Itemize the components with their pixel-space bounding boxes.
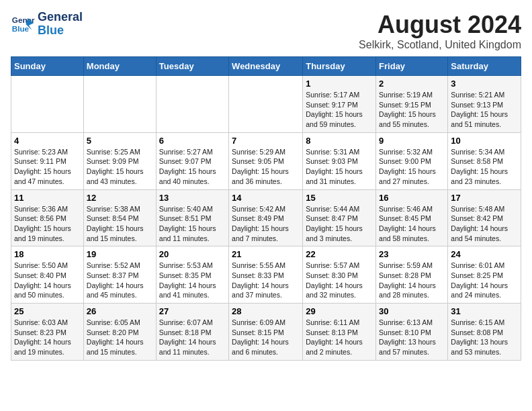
calendar-cell: 21Sunrise: 5:55 AM Sunset: 8:33 PM Dayli… xyxy=(229,246,303,304)
calendar-cell: 30Sunrise: 6:13 AM Sunset: 8:10 PM Dayli… xyxy=(376,304,448,361)
calendar-cell: 20Sunrise: 5:53 AM Sunset: 8:35 PM Dayli… xyxy=(156,246,228,304)
day-info: Sunrise: 5:48 AM Sunset: 8:42 PM Dayligh… xyxy=(451,204,518,244)
logo-text-general: General xyxy=(38,11,83,24)
day-info: Sunrise: 5:55 AM Sunset: 8:33 PM Dayligh… xyxy=(232,261,300,300)
day-number: 4 xyxy=(14,136,81,146)
day-info: Sunrise: 5:25 AM Sunset: 9:09 PM Dayligh… xyxy=(87,147,153,187)
calendar-cell: 11Sunrise: 5:36 AM Sunset: 8:56 PM Dayli… xyxy=(11,189,84,246)
day-number: 5 xyxy=(87,136,153,146)
title-area: August 2024 Selkirk, Scotland, United Ki… xyxy=(359,11,521,51)
header-cell-friday: Friday xyxy=(376,57,448,76)
day-info: Sunrise: 5:21 AM Sunset: 9:13 PM Dayligh… xyxy=(451,90,518,130)
day-number: 28 xyxy=(232,306,300,316)
calendar-week-5: 25Sunrise: 6:03 AM Sunset: 8:23 PM Dayli… xyxy=(11,304,521,361)
calendar-cell: 17Sunrise: 5:48 AM Sunset: 8:42 PM Dayli… xyxy=(448,189,521,246)
calendar-cell: 27Sunrise: 6:07 AM Sunset: 8:18 PM Dayli… xyxy=(156,304,228,361)
day-info: Sunrise: 5:46 AM Sunset: 8:45 PM Dayligh… xyxy=(379,204,445,244)
day-number: 20 xyxy=(159,249,226,259)
day-info: Sunrise: 5:32 AM Sunset: 9:00 PM Dayligh… xyxy=(379,147,445,187)
calendar-cell: 18Sunrise: 5:50 AM Sunset: 8:40 PM Dayli… xyxy=(11,246,84,304)
logo: General Blue General Blue xyxy=(11,11,83,38)
day-info: Sunrise: 5:31 AM Sunset: 9:03 PM Dayligh… xyxy=(306,147,373,187)
calendar-cell: 12Sunrise: 5:38 AM Sunset: 8:54 PM Dayli… xyxy=(83,189,156,246)
calendar-cell: 24Sunrise: 6:01 AM Sunset: 8:25 PM Dayli… xyxy=(448,246,521,304)
day-number: 29 xyxy=(306,306,373,316)
day-info: Sunrise: 5:23 AM Sunset: 9:11 PM Dayligh… xyxy=(14,147,81,187)
day-number: 8 xyxy=(306,136,373,146)
header-cell-tuesday: Tuesday xyxy=(156,57,228,76)
day-info: Sunrise: 5:40 AM Sunset: 8:51 PM Dayligh… xyxy=(159,204,226,244)
day-info: Sunrise: 6:01 AM Sunset: 8:25 PM Dayligh… xyxy=(451,261,518,300)
main-title: August 2024 xyxy=(359,11,521,39)
day-info: Sunrise: 6:09 AM Sunset: 8:15 PM Dayligh… xyxy=(232,318,300,357)
header-cell-wednesday: Wednesday xyxy=(229,57,303,76)
day-number: 16 xyxy=(379,193,445,203)
calendar-cell: 9Sunrise: 5:32 AM Sunset: 9:00 PM Daylig… xyxy=(376,132,448,189)
day-number: 14 xyxy=(232,193,300,203)
day-info: Sunrise: 5:38 AM Sunset: 8:54 PM Dayligh… xyxy=(87,204,153,244)
page-header: General Blue General Blue August 2024 Se… xyxy=(11,11,521,51)
subtitle: Selkirk, Scotland, United Kingdom xyxy=(359,39,521,51)
day-number: 22 xyxy=(306,249,373,259)
calendar-cell: 4Sunrise: 5:23 AM Sunset: 9:11 PM Daylig… xyxy=(11,132,84,189)
day-info: Sunrise: 5:42 AM Sunset: 8:49 PM Dayligh… xyxy=(232,204,300,244)
calendar-cell: 14Sunrise: 5:42 AM Sunset: 8:49 PM Dayli… xyxy=(229,189,303,246)
header-cell-saturday: Saturday xyxy=(448,57,521,76)
day-number: 15 xyxy=(306,193,373,203)
calendar-cell: 6Sunrise: 5:27 AM Sunset: 9:07 PM Daylig… xyxy=(156,132,228,189)
calendar-cell xyxy=(11,76,84,133)
calendar-header: SundayMondayTuesdayWednesdayThursdayFrid… xyxy=(11,57,521,76)
day-info: Sunrise: 6:05 AM Sunset: 8:20 PM Dayligh… xyxy=(87,318,153,357)
day-info: Sunrise: 5:17 AM Sunset: 9:17 PM Dayligh… xyxy=(306,90,373,130)
day-number: 19 xyxy=(87,249,153,259)
header-row: SundayMondayTuesdayWednesdayThursdayFrid… xyxy=(11,57,521,76)
day-number: 1 xyxy=(306,79,373,89)
calendar-cell: 16Sunrise: 5:46 AM Sunset: 8:45 PM Dayli… xyxy=(376,189,448,246)
day-number: 21 xyxy=(232,249,300,259)
calendar-cell: 10Sunrise: 5:34 AM Sunset: 8:58 PM Dayli… xyxy=(448,132,521,189)
day-number: 13 xyxy=(159,193,226,203)
calendar-cell: 29Sunrise: 6:11 AM Sunset: 8:13 PM Dayli… xyxy=(303,304,376,361)
day-number: 26 xyxy=(87,306,153,316)
day-info: Sunrise: 6:07 AM Sunset: 8:18 PM Dayligh… xyxy=(159,318,226,357)
day-info: Sunrise: 5:50 AM Sunset: 8:40 PM Dayligh… xyxy=(14,261,81,300)
calendar-cell: 1Sunrise: 5:17 AM Sunset: 9:17 PM Daylig… xyxy=(303,76,376,133)
day-number: 27 xyxy=(159,306,226,316)
calendar-week-4: 18Sunrise: 5:50 AM Sunset: 8:40 PM Dayli… xyxy=(11,246,521,304)
day-number: 24 xyxy=(451,249,518,259)
calendar-cell: 28Sunrise: 6:09 AM Sunset: 8:15 PM Dayli… xyxy=(229,304,303,361)
calendar-cell: 31Sunrise: 6:15 AM Sunset: 8:08 PM Dayli… xyxy=(448,304,521,361)
calendar-cell: 25Sunrise: 6:03 AM Sunset: 8:23 PM Dayli… xyxy=(11,304,84,361)
day-info: Sunrise: 6:03 AM Sunset: 8:23 PM Dayligh… xyxy=(14,318,81,357)
day-info: Sunrise: 5:34 AM Sunset: 8:58 PM Dayligh… xyxy=(451,147,518,187)
calendar-cell: 13Sunrise: 5:40 AM Sunset: 8:51 PM Dayli… xyxy=(156,189,228,246)
calendar-week-1: 1Sunrise: 5:17 AM Sunset: 9:17 PM Daylig… xyxy=(11,76,521,133)
calendar-cell: 15Sunrise: 5:44 AM Sunset: 8:47 PM Dayli… xyxy=(303,189,376,246)
header-cell-sunday: Sunday xyxy=(11,57,84,76)
day-number: 10 xyxy=(451,136,518,146)
calendar-cell: 8Sunrise: 5:31 AM Sunset: 9:03 PM Daylig… xyxy=(303,132,376,189)
logo-text-blue: Blue xyxy=(38,24,83,38)
day-info: Sunrise: 5:29 AM Sunset: 9:05 PM Dayligh… xyxy=(232,147,300,187)
day-number: 17 xyxy=(451,193,518,203)
day-number: 3 xyxy=(451,79,518,89)
calendar-cell xyxy=(83,76,156,133)
day-number: 6 xyxy=(159,136,226,146)
calendar-week-3: 11Sunrise: 5:36 AM Sunset: 8:56 PM Dayli… xyxy=(11,189,521,246)
day-number: 25 xyxy=(14,306,81,316)
day-info: Sunrise: 5:57 AM Sunset: 8:30 PM Dayligh… xyxy=(306,261,373,300)
header-cell-monday: Monday xyxy=(83,57,156,76)
calendar-cell: 22Sunrise: 5:57 AM Sunset: 8:30 PM Dayli… xyxy=(303,246,376,304)
day-number: 23 xyxy=(379,249,445,259)
day-info: Sunrise: 5:36 AM Sunset: 8:56 PM Dayligh… xyxy=(14,204,81,244)
day-info: Sunrise: 5:44 AM Sunset: 8:47 PM Dayligh… xyxy=(306,204,373,244)
calendar-body: 1Sunrise: 5:17 AM Sunset: 9:17 PM Daylig… xyxy=(11,76,521,361)
calendar-cell: 2Sunrise: 5:19 AM Sunset: 9:15 PM Daylig… xyxy=(376,76,448,133)
calendar-cell: 5Sunrise: 5:25 AM Sunset: 9:09 PM Daylig… xyxy=(83,132,156,189)
calendar-table: SundayMondayTuesdayWednesdayThursdayFrid… xyxy=(11,56,521,361)
day-number: 11 xyxy=(14,193,81,203)
calendar-week-2: 4Sunrise: 5:23 AM Sunset: 9:11 PM Daylig… xyxy=(11,132,521,189)
day-number: 9 xyxy=(379,136,445,146)
day-number: 2 xyxy=(379,79,445,89)
calendar-cell xyxy=(229,76,303,133)
